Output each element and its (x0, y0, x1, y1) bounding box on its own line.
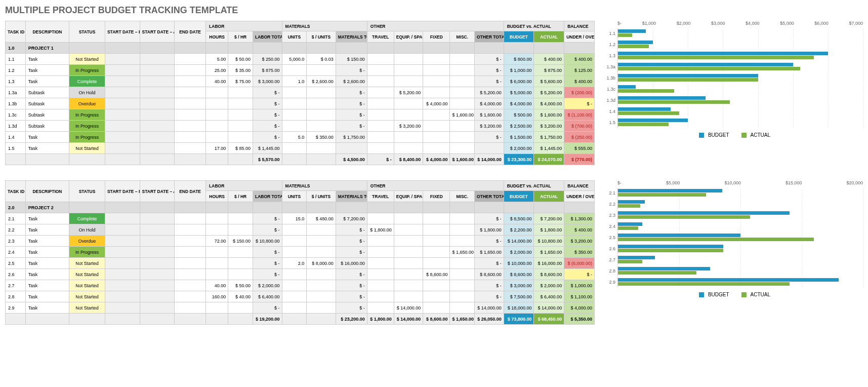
status-cell[interactable]: Not Started (69, 54, 105, 65)
status-cell[interactable]: Complete (69, 213, 105, 224)
status-cell[interactable]: Not Started (69, 302, 105, 314)
actual-bar (618, 238, 814, 241)
chart-bar-row: 2.1 (602, 187, 863, 199)
chart-bar-row: 1.3a (602, 61, 863, 72)
budget-bar (618, 234, 740, 237)
chart-bar-row: 2.6 (602, 243, 863, 254)
chart-bar-row: 1.3b (602, 72, 863, 84)
status-cell[interactable]: Not Started (69, 258, 105, 269)
chart-bar-row: 2.4 (602, 221, 863, 232)
task-row[interactable]: 2.9TaskNot Started$ -$ -$ 14,000.00$ 14,… (6, 302, 595, 314)
budget-bar (618, 222, 642, 226)
task-row[interactable]: 2.7TaskNot Started40.00$ 50.00$ 2,000.00… (6, 280, 595, 291)
status-cell[interactable]: Not Started (69, 143, 105, 154)
status-cell[interactable]: In Progress (69, 109, 105, 121)
task-row[interactable]: 1.3aSubtaskOn Hold$ -$ -$ 5,200.00$ 5,20… (6, 87, 595, 98)
actual-bar (618, 67, 800, 70)
task-row[interactable]: 1.3dSubtaskIn Progress$ -$ -$ 3,200.00$ … (6, 121, 595, 132)
status-cell[interactable]: In Progress (69, 247, 105, 258)
actual-bar (618, 56, 814, 59)
budget-bar (618, 96, 706, 100)
task-row[interactable]: 2.5TaskNot Started$ -2.0$ 8,000.00$ 16,0… (6, 258, 595, 269)
budget-table: TASK IDDESCRIPTIONSTATUSSTART DATE – PLA… (5, 21, 595, 165)
task-row[interactable]: 1.5TaskNot Started17.00$ 85.00$ 1,445.00… (6, 143, 595, 154)
task-row[interactable]: 1.3bSubtaskOverdue$ -$ -$ 4,000.00$ 4,00… (6, 98, 595, 109)
actual-bar (618, 100, 730, 104)
status-cell[interactable]: In Progress (69, 121, 105, 132)
status-cell[interactable]: Not Started (69, 291, 105, 302)
project-header-row: 2.0PROJECT 2 (6, 202, 595, 213)
chart-bar-row: 2.7 (602, 254, 863, 265)
budget-bar (618, 245, 723, 248)
task-row[interactable]: 1.1TaskNot Started5.00$ 50.00$ 250.005,0… (6, 54, 595, 65)
task-row[interactable]: 2.4TaskIn Progress$ -$ -$ 1,650.00$ 1,65… (6, 247, 595, 258)
budget-bar (618, 200, 645, 204)
actual-bar (618, 215, 750, 219)
actual-bar (618, 45, 649, 48)
chart-bar-row: 2.3 (602, 210, 863, 221)
task-row[interactable]: 2.2TaskOn Hold$ -$ -$ 1,800.00$ 1,800.00… (6, 224, 595, 236)
budget-table: TASK IDDESCRIPTIONSTATUSSTART DATE – PLA… (5, 180, 595, 325)
budget-bar (618, 278, 839, 282)
budget-bar (618, 29, 646, 33)
chart-bar-row: 2.5 (602, 232, 863, 243)
budget-bar (618, 267, 710, 270)
chart-bar-row: 1.3d (602, 95, 863, 106)
actual-bar (618, 123, 669, 126)
chart-bar-row: 2.2 (602, 199, 863, 210)
budget-bar (618, 107, 671, 111)
status-cell[interactable]: Not Started (69, 269, 105, 280)
budget-bar (618, 52, 828, 55)
budget-bar (618, 189, 722, 192)
status-cell[interactable]: Complete (69, 76, 105, 87)
chart-legend: BUDGETACTUAL (602, 132, 863, 138)
status-cell[interactable]: Overdue (69, 236, 105, 247)
task-row[interactable]: 2.3TaskOverdue72.00$ 150.00$ 10,800.00$ … (6, 236, 595, 247)
chart-bar-row: 1.3 (602, 50, 863, 61)
status-cell[interactable]: In Progress (69, 132, 105, 143)
actual-bar (618, 271, 696, 275)
totals-row: $ 19,200.00$ 23,200.00$ 1,800.00$ 14,000… (6, 314, 595, 325)
status-cell[interactable]: On Hold (69, 224, 105, 236)
task-row[interactable]: 1.4TaskIn Progress$ -5.0$ 350.00$ 1,750.… (6, 132, 595, 143)
task-row[interactable]: 1.3TaskComplete40.00$ 75.00$ 3,000.001.0… (6, 76, 595, 87)
chart-bar-row: 2.9 (602, 277, 863, 288)
task-row[interactable]: 2.6TaskNot Started$ -$ -$ 8,600.00$ 8,60… (6, 269, 595, 280)
budget-bar (618, 85, 636, 89)
budget-bar (618, 256, 655, 259)
chart-bar-row: 1.5 (602, 117, 863, 128)
task-row[interactable]: 1.3cSubtaskIn Progress$ -$ -$ 1,600.00$ … (6, 109, 595, 121)
actual-bar (618, 260, 642, 263)
budget-chart: $-$5,000$10,000$15,000$20,0002.12.22.32.… (595, 180, 863, 325)
budget-chart: $-$1,000$2,000$3,000$4,000$5,000$6,000$7… (595, 21, 863, 165)
status-cell[interactable]: Not Started (69, 280, 105, 291)
actual-bar (618, 226, 638, 230)
budget-bar (618, 41, 653, 44)
budget-bar (618, 63, 793, 66)
status-cell[interactable]: On Hold (69, 87, 105, 98)
chart-bar-row: 1.1 (602, 28, 863, 39)
actual-bar (618, 249, 723, 252)
task-row[interactable]: 2.8TaskNot Started160.00$ 40.00$ 6,400.0… (6, 291, 595, 302)
task-row[interactable]: 1.2TaskIn Progress25.00$ 35.00$ 875.00$ … (6, 65, 595, 76)
actual-bar (618, 193, 706, 197)
budget-bar (618, 211, 790, 215)
status-cell[interactable]: Overdue (69, 98, 105, 109)
status-cell[interactable]: In Progress (69, 65, 105, 76)
actual-bar (618, 89, 674, 93)
actual-bar (618, 33, 632, 37)
actual-bar (618, 204, 640, 208)
totals-row: $ 5,570.00$ 4,500.00$ -$ 8,400.00$ 4,000… (6, 154, 595, 165)
budget-bar (618, 74, 758, 78)
task-row[interactable]: 2.1TaskComplete$ -15.0$ 480.00$ 7,200.00… (6, 213, 595, 224)
project-header-row: 1.0PROJECT 1 (6, 43, 595, 54)
budget-bar (618, 119, 688, 122)
chart-legend: BUDGETACTUAL (602, 292, 863, 297)
chart-bar-row: 1.3c (602, 84, 863, 95)
chart-bar-row: 2.8 (602, 265, 863, 277)
chart-bar-row: 1.2 (602, 39, 863, 50)
actual-bar (618, 111, 679, 115)
chart-bar-row: 1.4 (602, 106, 863, 117)
actual-bar (618, 78, 758, 82)
actual-bar (618, 282, 790, 286)
